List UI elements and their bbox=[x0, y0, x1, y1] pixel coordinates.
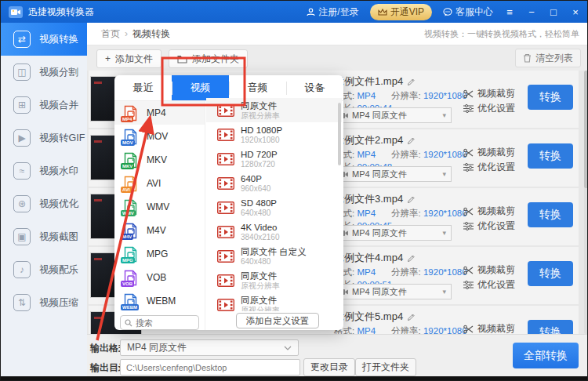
format-badge: WMV bbox=[121, 210, 136, 216]
convert-button[interactable]: 转换 bbox=[528, 202, 573, 227]
preset-item[interactable]: SD 480P 640x480 bbox=[206, 195, 342, 220]
breadcrumb-home[interactable]: 首页 bbox=[101, 27, 120, 41]
output-format-dropdown[interactable]: MP4 同原文件 ▾ bbox=[332, 225, 452, 241]
preset-item[interactable]: HD 1080P 1920x1080 bbox=[206, 122, 342, 147]
sliders-icon bbox=[463, 281, 474, 289]
sidebar-item[interactable]: ♪ 视频配乐 bbox=[1, 253, 87, 286]
sidebar-item[interactable]: ⊞ 视频合并 bbox=[1, 89, 87, 122]
scissors-icon bbox=[463, 89, 474, 99]
edit-pencil-icon[interactable] bbox=[407, 78, 416, 86]
maximize-button[interactable]: □ bbox=[548, 6, 559, 18]
vip-button[interactable]: 开通VIP bbox=[370, 4, 432, 20]
add-custom-button[interactable]: 添加自定义设置 bbox=[236, 313, 319, 328]
edit-pencil-icon[interactable] bbox=[407, 195, 416, 204]
format-item[interactable]: M4V M4V bbox=[114, 219, 205, 242]
preset-item[interactable]: 4K Video 3840x2160 bbox=[206, 220, 342, 244]
video-crop-button[interactable]: 视频裁剪 bbox=[463, 263, 515, 277]
format-item[interactable]: MKV MKV bbox=[114, 148, 205, 172]
sidebar-item[interactable]: ▶ 视频转GIF bbox=[1, 122, 87, 154]
convert-all-button[interactable]: 全部转换 bbox=[513, 343, 579, 368]
video-crop-button[interactable]: 视频裁剪 bbox=[463, 146, 515, 159]
format-item[interactable]: VOB VOB bbox=[114, 266, 205, 289]
preset-item[interactable]: 同原文件 原视分辨率 bbox=[206, 98, 342, 122]
convert-button[interactable]: 转换 bbox=[528, 261, 573, 286]
popup-tab[interactable]: 视频 bbox=[172, 75, 229, 100]
add-folder-button[interactable]: 添加文件夹 bbox=[169, 49, 248, 68]
add-file-button[interactable]: + 添加文件 bbox=[96, 49, 162, 68]
sidebar-item[interactable]: ⇄ 视频转换 bbox=[1, 23, 87, 56]
open-folder-button[interactable]: 打开文件夹 bbox=[355, 358, 416, 376]
sidebar-item-label: 视频水印 bbox=[39, 165, 78, 178]
preset-subtitle: 原视分辨率 bbox=[241, 111, 280, 120]
output-format-select[interactable]: MP4 同原文件 bbox=[120, 339, 299, 356]
preset-subtitle: 原视分辨率 bbox=[241, 281, 280, 290]
sidebar-item[interactable]: ◫ 视频分割 bbox=[1, 56, 87, 89]
change-dir-button[interactable]: 更改目录 bbox=[303, 358, 355, 376]
scissors-icon bbox=[463, 266, 474, 275]
popup-tab[interactable]: 最近 bbox=[114, 75, 172, 100]
format-label: MOV bbox=[147, 131, 168, 142]
app-logo-icon bbox=[9, 6, 23, 18]
format-item[interactable]: MP4 MP4 bbox=[114, 101, 205, 125]
minimize-button[interactable]: − bbox=[526, 6, 537, 18]
format-item[interactable]: WMV WMV bbox=[114, 195, 205, 219]
preset-title: 同原文件 自定义 bbox=[241, 247, 307, 257]
format-item[interactable]: MPG MPG bbox=[114, 242, 205, 266]
edit-pencil-icon[interactable] bbox=[407, 136, 416, 145]
convert-button[interactable]: 转换 bbox=[528, 143, 573, 169]
convert-button[interactable]: 转换 bbox=[528, 85, 573, 110]
breadcrumb-separator: › bbox=[125, 28, 128, 39]
sidebar-item[interactable]: ⇅ 视频压缩 bbox=[1, 286, 87, 319]
preset-item[interactable]: 同原文件 自定义 640x480 bbox=[206, 244, 342, 268]
format-file-icon: WMV bbox=[122, 199, 139, 216]
clear-list-button[interactable]: 清空列表 bbox=[515, 49, 581, 67]
preset-title: 4K Video bbox=[241, 223, 280, 233]
sidebar-item-label: 视频压缩 bbox=[39, 296, 78, 310]
login-button[interactable]: 注册/登录 bbox=[307, 5, 358, 19]
popup-scrollbar-thumb[interactable] bbox=[338, 103, 341, 165]
popup-tab-label: 最近 bbox=[133, 81, 154, 95]
close-button[interactable]: × bbox=[570, 6, 581, 18]
format-item[interactable]: MOV MOV bbox=[114, 125, 205, 148]
sidebar-item[interactable]: ▣ 视频截图 bbox=[1, 220, 87, 253]
preset-item[interactable]: 同原文件 原视分辨率 bbox=[206, 292, 342, 311]
file-meta: 格式: MP4分辨率: 1920*1080 bbox=[334, 149, 467, 161]
video-crop-button[interactable]: 视频裁剪 bbox=[463, 205, 515, 218]
popup-tab-label: 音频 bbox=[248, 81, 268, 95]
menu-button[interactable]: ≡ bbox=[504, 6, 515, 18]
breadcrumb-current: 视频转换 bbox=[132, 27, 170, 41]
optimize-settings-button[interactable]: 优化设置 bbox=[463, 220, 515, 233]
search-input[interactable] bbox=[136, 318, 191, 328]
output-format-dropdown[interactable]: MP4 同原文件 ▾ bbox=[332, 166, 452, 182]
support-button[interactable]: 客服中心 bbox=[443, 5, 493, 19]
sidebar-item-label: 视频转GIF bbox=[39, 132, 85, 145]
sidebar-item[interactable]: ≈ 视频水印 bbox=[1, 154, 87, 187]
edit-pencil-icon[interactable] bbox=[407, 313, 416, 321]
format-item[interactable]: WEBM WEBM bbox=[114, 289, 205, 313]
format-file-icon: VOB bbox=[122, 270, 139, 286]
preset-subtitle: 640x480 bbox=[241, 257, 307, 266]
optimize-settings-button[interactable]: 优化设置 bbox=[463, 161, 515, 174]
preset-item[interactable]: 640P 960x640 bbox=[206, 171, 342, 195]
preset-item[interactable]: HD 720P 1280x720 bbox=[206, 147, 342, 171]
popup-tab-label: 视频 bbox=[191, 81, 211, 95]
optimize-settings-button[interactable]: 优化设置 bbox=[463, 102, 515, 115]
popup-tab[interactable]: 设备 bbox=[286, 75, 343, 100]
output-format-dropdown[interactable]: MP4 同原文件 ▾ bbox=[332, 107, 452, 123]
file-meta: 格式: MP4分辨率: 1920*1080 bbox=[334, 90, 467, 102]
edit-pencil-icon[interactable] bbox=[407, 254, 416, 263]
format-badge: MKV bbox=[121, 163, 134, 169]
preset-subtitle: 1280x720 bbox=[241, 160, 278, 169]
video-crop-button[interactable]: 视频裁剪 bbox=[463, 87, 515, 100]
output-dir-input[interactable] bbox=[120, 359, 300, 376]
format-badge: MP4 bbox=[121, 116, 133, 122]
format-label: MPG bbox=[147, 249, 168, 259]
preset-item[interactable]: 同原文件 原视分辨率 bbox=[206, 268, 342, 292]
optimize-settings-button[interactable]: 优化设置 bbox=[463, 278, 515, 292]
film-strip-icon bbox=[217, 299, 234, 311]
sidebar-item[interactable]: ⊛ 视频优化 bbox=[1, 187, 87, 220]
format-item[interactable]: AVI AVI bbox=[114, 172, 205, 195]
list-scrollbar-thumb[interactable] bbox=[584, 71, 588, 188]
popup-tab[interactable]: 音频 bbox=[229, 75, 286, 100]
output-format-dropdown[interactable]: MP4 同原文件 ▾ bbox=[332, 284, 452, 299]
